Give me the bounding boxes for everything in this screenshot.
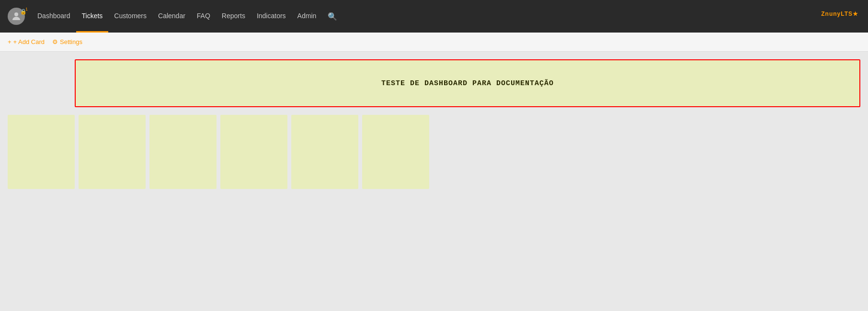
nav-dashboard[interactable]: Dashboard [32,0,76,33]
small-card-5[interactable] [291,115,358,189]
nav-admin[interactable]: Admin [292,0,322,33]
small-card-2[interactable] [79,115,146,189]
nav-calendar[interactable]: Calendar [152,0,191,33]
banner-text: TESTE DE DASHBOARD PARA DOCUMENTAÇÃO [381,79,554,88]
main-content: TESTE DE DASHBOARD PARA DOCUMENTAÇÃO [0,52,868,311]
navbar-left: 🔒 1 Dashboard Tickets Customers Calendar… [8,0,339,33]
toolbar: + + Add Card ⚙ Settings [0,33,868,52]
nav-faq[interactable]: FAQ [191,0,216,33]
nav-indicators[interactable]: Indicators [251,0,292,33]
search-icon[interactable]: 🔍 [326,10,339,23]
plus-icon: + [8,38,11,45]
svg-point-0 [14,12,18,16]
add-card-label: + Add Card [13,38,45,45]
notification-badge: 1 [25,7,28,11]
nav-tickets[interactable]: Tickets [76,0,109,33]
small-card-3[interactable] [149,115,217,189]
cards-row [8,115,860,189]
dashboard-banner: TESTE DE DASHBOARD PARA DOCUMENTAÇÃO [75,59,860,107]
add-card-button[interactable]: + + Add Card [8,38,45,45]
small-card-6[interactable] [362,115,429,189]
navbar: 🔒 1 Dashboard Tickets Customers Calendar… [0,0,868,33]
nav-reports[interactable]: Reports [216,0,251,33]
settings-label: Settings [60,38,82,45]
small-card-4[interactable] [220,115,287,189]
small-card-1[interactable] [8,115,75,189]
settings-button[interactable]: ⚙ Settings [52,38,82,45]
avatar[interactable]: 🔒 1 [8,8,25,25]
brand-logo: ZnunyLTS★ [821,9,858,24]
nav-customers[interactable]: Customers [108,0,152,33]
nav-links: Dashboard Tickets Customers Calendar FAQ… [32,0,339,33]
settings-icon: ⚙ [52,38,58,45]
